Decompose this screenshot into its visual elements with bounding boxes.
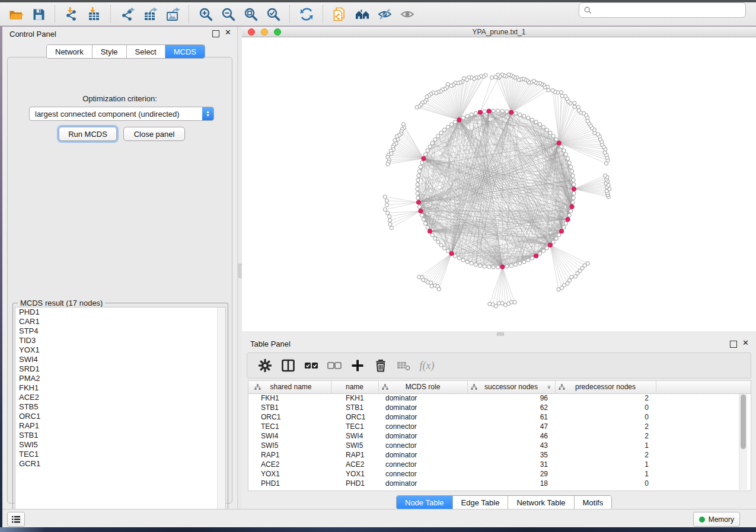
cell-shared-name[interactable]: PHD1 — [251, 479, 331, 488]
cell-successor-nodes[interactable]: 47 — [467, 422, 548, 431]
cell-mcds-role[interactable]: dominator — [378, 450, 467, 460]
cell-mcds-role[interactable]: dominator — [378, 412, 467, 422]
cell-predecessor-nodes[interactable]: 2 — [555, 393, 649, 403]
save-session-button[interactable] — [27, 4, 50, 24]
tab-style[interactable]: Style — [92, 45, 127, 58]
cell-predecessor-nodes[interactable]: 2 — [555, 450, 649, 460]
table-row[interactable]: ORC1ORC1dominator610 — [248, 412, 751, 422]
result-item[interactable]: ACE2 — [15, 393, 225, 402]
cell-mcds-role[interactable]: connector — [378, 422, 467, 431]
column-header-shared-name[interactable]: shared name — [251, 381, 331, 393]
cell-predecessor-nodes[interactable]: 1 — [555, 460, 649, 469]
export-table-button[interactable] — [139, 4, 161, 24]
show-graphics-details-button[interactable] — [396, 4, 419, 24]
column-header-successor-nodes[interactable]: successor nodes∨ — [467, 381, 556, 393]
table-row[interactable]: YOX1YOX1connector291 — [248, 469, 751, 479]
result-item[interactable]: SWI5 — [15, 440, 225, 450]
cell-name[interactable]: SWI4 — [331, 431, 378, 441]
table-row[interactable]: SWI4SWI4dominator462 — [248, 431, 751, 441]
cell-mcds-role[interactable]: dominator — [378, 393, 467, 403]
cell-successor-nodes[interactable]: 31 — [467, 460, 548, 469]
cell-predecessor-nodes[interactable]: 1 — [555, 469, 649, 479]
network-window-titlebar[interactable]: YPA_prune.txt_1 — [242, 27, 756, 37]
cell-successor-nodes[interactable]: 29 — [467, 469, 548, 479]
result-item[interactable]: PMA2 — [15, 374, 225, 383]
cell-successor-nodes[interactable]: 18 — [467, 479, 548, 488]
network-canvas[interactable] — [242, 37, 756, 331]
cell-name[interactable]: PHD1 — [331, 479, 378, 488]
cell-mcds-role[interactable]: connector — [378, 469, 467, 479]
table-row[interactable]: PHD1PHD1dominator180 — [248, 479, 751, 488]
cell-predecessor-nodes[interactable]: 0 — [555, 479, 649, 488]
tab-network[interactable]: Network — [47, 45, 92, 58]
add-column-button[interactable] — [348, 356, 367, 375]
tab-mcds[interactable]: MCDS — [165, 45, 205, 58]
export-network-button[interactable] — [116, 4, 139, 24]
result-item[interactable]: RAP1 — [15, 421, 225, 431]
close-panel-icon[interactable]: ✕ — [225, 28, 231, 37]
export-to-web-button[interactable] — [328, 4, 351, 24]
cell-shared-name[interactable]: YOX1 — [251, 469, 331, 479]
table-settings-button[interactable] — [256, 356, 275, 375]
cell-name[interactable]: STB1 — [331, 403, 378, 412]
cell-name[interactable]: FKH1 — [331, 393, 378, 403]
result-item[interactable]: GCR1 — [15, 459, 225, 469]
result-item[interactable]: CAR1 — [15, 317, 225, 326]
cell-shared-name[interactable]: ACE2 — [251, 460, 331, 469]
cell-shared-name[interactable]: FKH1 — [251, 393, 331, 403]
search-input[interactable] — [595, 5, 741, 15]
cell-name[interactable]: ACE2 — [331, 460, 378, 469]
two-houses-button[interactable] — [351, 4, 374, 24]
optimization-criterion-select[interactable]: largest connected component (undirected)… — [29, 107, 214, 121]
float-window-icon[interactable] — [212, 30, 219, 37]
zoom-fit-button[interactable] — [240, 4, 262, 24]
cell-successor-nodes[interactable]: 61 — [467, 412, 548, 422]
network-graph[interactable] — [242, 37, 756, 331]
deselect-all-button[interactable] — [325, 356, 344, 375]
delete-column-button[interactable] — [371, 356, 390, 375]
maximize-window-traffic-light[interactable] — [274, 28, 281, 36]
result-item[interactable]: SWI4 — [15, 355, 225, 364]
result-item[interactable]: TID3 — [15, 336, 225, 345]
close-panel-button[interactable]: Close panel — [123, 127, 185, 141]
result-item[interactable]: YOX1 — [15, 345, 225, 355]
table-row[interactable]: RAP1RAP1dominator352 — [248, 450, 751, 460]
table-row[interactable]: FKH1FKH1dominator962 — [248, 393, 751, 403]
result-item[interactable]: STP4 — [15, 326, 225, 336]
result-item[interactable]: STB1 — [15, 431, 225, 440]
cell-shared-name[interactable]: RAP1 — [251, 450, 331, 460]
cell-mcds-role[interactable]: dominator — [378, 403, 467, 412]
cell-name[interactable]: SWI5 — [331, 441, 378, 450]
tab-select[interactable]: Select — [127, 45, 165, 58]
cell-successor-nodes[interactable]: 35 — [467, 450, 548, 460]
table-row[interactable]: ACE2ACE2connector311 — [248, 460, 751, 469]
tab-node-table[interactable]: Node Table — [397, 496, 453, 509]
show-columns-button[interactable] — [279, 356, 298, 375]
result-item[interactable]: STB5 — [15, 402, 225, 412]
select-all-button[interactable] — [302, 356, 321, 375]
export-image-button[interactable] — [161, 4, 184, 24]
table-scrollbar-thumb[interactable] — [741, 395, 746, 449]
result-item[interactable]: ORC1 — [15, 412, 225, 421]
import-network-button[interactable] — [60, 4, 83, 24]
apply-layout-button[interactable] — [295, 4, 318, 24]
cell-mcds-role[interactable]: dominator — [378, 431, 467, 441]
cell-mcds-role[interactable]: connector — [378, 460, 467, 469]
cell-shared-name[interactable]: SWI4 — [251, 431, 331, 441]
column-header-predecessor-nodes[interactable]: predecessor nodes — [555, 381, 656, 393]
open-file-button[interactable] — [5, 4, 27, 24]
result-list-scrollbar[interactable] — [217, 307, 225, 521]
cell-name[interactable]: RAP1 — [331, 450, 378, 460]
table-row[interactable]: STB1STB1dominator620 — [248, 403, 751, 412]
result-item[interactable]: SRD1 — [15, 364, 225, 374]
close-table-panel-icon[interactable]: ✕ — [742, 339, 749, 347]
result-item[interactable]: PHD1 — [15, 307, 225, 317]
minimize-window-traffic-light[interactable] — [261, 28, 268, 36]
table-scrollbar[interactable] — [739, 394, 747, 490]
cell-predecessor-nodes[interactable]: 0 — [555, 412, 649, 422]
zoom-out-button[interactable] — [217, 4, 240, 24]
cell-name[interactable]: YOX1 — [331, 469, 378, 479]
cell-successor-nodes[interactable]: 46 — [467, 431, 548, 441]
column-header-MCDS-role[interactable]: MCDS role — [378, 381, 468, 393]
memory-button[interactable]: Memory — [693, 512, 740, 527]
